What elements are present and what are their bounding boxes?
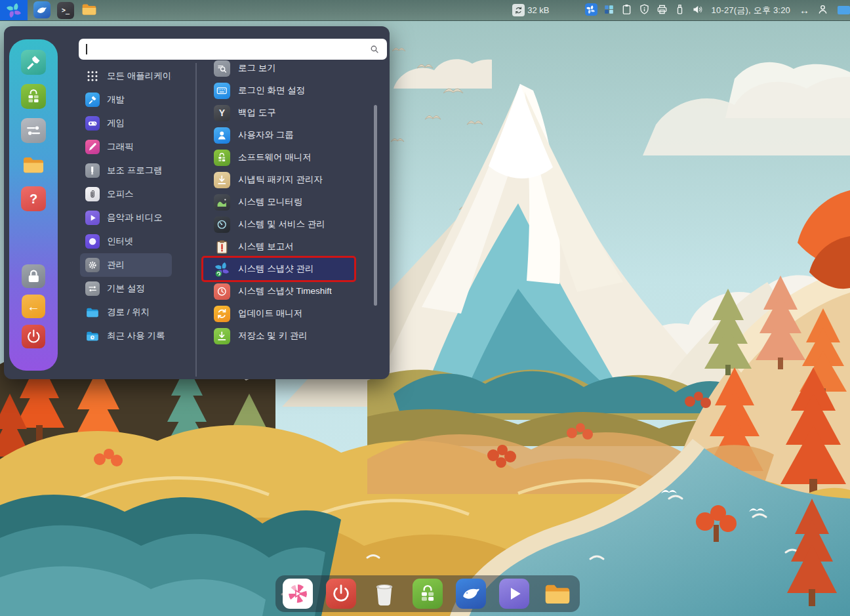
system-services-gauge-icon (214, 216, 230, 233)
clock[interactable]: 10-27(금), 오후 3:20 (712, 5, 790, 16)
sidebar-files-button[interactable] (21, 152, 46, 177)
app-system-services[interactable]: 시스템 및 서비스 관리 (205, 213, 358, 236)
hamonikr-agent-applet[interactable] (585, 3, 597, 16)
category-administration[interactable]: 관리 (80, 253, 172, 277)
app-timeshift[interactable]: 시스템 스냅샷 Timeshift (205, 280, 358, 302)
app-log-viewer-label: 로그 보기 (238, 62, 276, 74)
app-system-snapshot[interactable]: 시스템 스냅샷 관리 (203, 258, 354, 280)
app-list-scrollbar[interactable] (374, 105, 377, 306)
printer-applet[interactable] (656, 3, 668, 18)
category-places[interactable]: 경로 / 위치 (80, 300, 172, 324)
app-users-groups-label: 사용자와 그룹 (238, 129, 294, 141)
app-system-monitoring[interactable]: 시스템 모니터링 (205, 191, 358, 213)
media-play-icon (499, 579, 529, 609)
dock-trash[interactable] (369, 579, 399, 609)
network-speed-applet[interactable]: 32 kB (512, 4, 549, 16)
user-applet[interactable] (817, 3, 829, 18)
sync-icon (512, 4, 525, 16)
volume-applet[interactable] (691, 3, 704, 18)
system-tray: 32 kB 10-27(금), 오후 3:20 ↔ (512, 3, 850, 18)
dock-media-player[interactable] (499, 579, 529, 609)
sidebar-help-button[interactable]: ? (21, 186, 46, 211)
app-synaptic[interactable]: 시냅틱 패키지 관리자 (205, 169, 358, 191)
sound-video-play-icon (85, 211, 100, 225)
category-office-label: 오피스 (107, 188, 134, 200)
app-system-report[interactable]: 시스템 보고서 (205, 236, 358, 258)
input-method-applet[interactable] (603, 3, 615, 18)
app-log-viewer[interactable]: 로그 보기 (205, 57, 358, 79)
administration-gear-icon (85, 258, 100, 272)
dock-software-manager[interactable] (413, 579, 443, 609)
category-sound-video[interactable]: 음악과 비디오 (80, 206, 172, 230)
menu-button[interactable] (0, 0, 28, 20)
app-software-manager-label: 소프트웨어 매니저 (238, 152, 312, 163)
dock-power[interactable] (326, 579, 356, 609)
login-screen-icon (214, 83, 230, 99)
folder-icon (542, 579, 573, 609)
sidebar-community-button[interactable] (21, 50, 46, 75)
app-synaptic-label: 시냅틱 패키지 관리자 (238, 174, 323, 186)
search-input[interactable] (87, 43, 370, 55)
dock-files[interactable] (542, 579, 573, 609)
category-places-label: 경로 / 위치 (107, 306, 150, 318)
tray-icons (585, 3, 704, 18)
category-office[interactable]: 오피스 (80, 182, 172, 206)
whale-icon (33, 1, 51, 18)
category-accessories[interactable]: 보조 프로그램 (80, 159, 172, 182)
internet-globe-icon (85, 234, 100, 249)
menu-separator (195, 63, 197, 377)
app-software-manager[interactable]: 소프트웨어 매니저 (205, 146, 358, 169)
help-icon: ? (21, 186, 46, 211)
app-users-groups[interactable]: 사용자와 그룹 (205, 124, 358, 146)
lock-icon (22, 264, 45, 288)
clipboard-applet[interactable] (620, 3, 633, 18)
terminal-launcher[interactable]: >_ (57, 2, 74, 19)
tray-right-icons: ↔ (798, 3, 829, 18)
category-administration-label: 관리 (107, 259, 125, 271)
category-sound-video-label: 음악과 비디오 (107, 212, 163, 224)
synaptic-icon (214, 172, 230, 188)
panel-launchers: >_ (33, 1, 98, 20)
category-graphics-label: 그래픽 (107, 141, 134, 153)
app-system-monitoring-label: 시스템 모니터링 (238, 196, 302, 208)
power-icon (22, 325, 45, 348)
dock-media-candy[interactable] (283, 579, 313, 609)
log-viewer-icon (214, 60, 230, 77)
category-accessories-label: 보조 프로그램 (107, 165, 163, 176)
preferences-sliders-icon (85, 281, 100, 296)
category-preferences[interactable]: 기본 설정 (80, 277, 172, 300)
security-shield-applet[interactable] (638, 3, 651, 18)
dock-whale-browser[interactable] (456, 579, 486, 609)
sidebar-shutdown-button[interactable] (22, 325, 45, 348)
sidebar-lock-button[interactable] (22, 264, 45, 288)
application-menu: ?← 모든 애플리케이션개발게임그래픽보조 프로그램오피스음악과 비디오인터넷관… (4, 26, 390, 379)
all-apps-grid-icon (85, 69, 100, 83)
files-launcher[interactable] (81, 1, 98, 20)
category-graphics[interactable]: 그래픽 (80, 135, 172, 159)
category-games-label: 게임 (107, 117, 125, 129)
app-backup-tool-label: 백업 도구 (238, 107, 276, 119)
category-internet[interactable]: 인터넷 (80, 230, 172, 253)
category-all-apps[interactable]: 모든 애플리케이션 (80, 64, 172, 88)
app-login-screen-settings[interactable]: 로그인 화면 설정 (205, 79, 358, 102)
category-development[interactable]: 개발 (80, 88, 172, 112)
folder-icon (81, 1, 98, 18)
sidebar-software-manager-button[interactable] (21, 84, 46, 109)
category-games[interactable]: 게임 (80, 112, 172, 135)
recent-folder-icon (85, 329, 100, 343)
trash-icon (369, 579, 399, 609)
app-backup-tool[interactable]: Y백업 도구 (205, 102, 358, 124)
show-desktop-button[interactable] (838, 6, 850, 14)
sidebar-settings-button[interactable] (21, 118, 46, 143)
graphics-pen-icon (85, 140, 100, 154)
app-system-services-label: 시스템 및 서비스 관리 (238, 218, 325, 230)
network-arrows-applet[interactable]: ↔ (798, 4, 811, 16)
input-method-icon (603, 3, 615, 16)
app-update-manager[interactable]: 업데이트 매니저 (205, 302, 358, 325)
removable-drive-applet[interactable] (674, 3, 686, 18)
dock (275, 575, 580, 612)
app-repos-keys[interactable]: 저장소 및 키 관리 (205, 325, 358, 347)
whale-browser-launcher[interactable] (33, 1, 51, 19)
category-recent[interactable]: 최근 사용 기록 (80, 324, 172, 348)
sidebar-logout-button[interactable]: ← (22, 295, 45, 318)
